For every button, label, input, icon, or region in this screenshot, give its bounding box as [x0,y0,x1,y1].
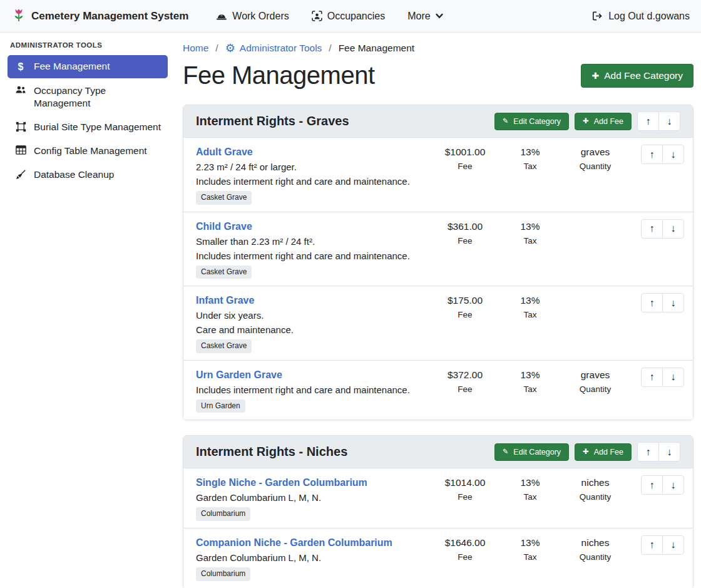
nav-work-orders[interactable]: Work Orders [216,11,289,22]
category-move-down-button[interactable]: ↓ [658,442,680,462]
fee-description-line: Smaller than 2.23 m² / 24 ft². [196,234,427,249]
category-reorder-group: ↑ ↓ [637,111,680,131]
fee-move-up-button[interactable]: ↑ [641,293,663,312]
arrow-up-icon: ↑ [650,297,655,309]
sidebar-item-database-cleanup[interactable]: Database Cleanup [8,163,168,186]
fee-move-down-button[interactable]: ↓ [662,535,684,555]
fee-amount-col: $1001.00 Fee [432,145,498,173]
fee-quantity-col: niches Quantity [563,535,628,564]
fee-type-badge: Columbarium [196,567,250,581]
nav-occupancies[interactable]: Occupancies [312,11,386,22]
fee-quantity-value: niches [563,535,628,550]
category-move-up-button[interactable]: ↑ [637,111,659,131]
fee-amount-label: Fee [432,490,498,504]
edit-category-button[interactable]: ✎ Edit Category [494,443,569,461]
add-fee-button[interactable]: ✚ Add Fee [575,113,632,130]
sidebar-item-label: Fee Management [34,60,110,73]
fee-quantity-col: graves Quantity [563,368,628,396]
fee-move-up-button[interactable]: ↑ [641,145,663,164]
fee-name-link[interactable]: Infant Grave [196,293,254,308]
breadcrumb-separator: / [329,43,331,54]
plus-icon: ✚ [583,118,589,125]
add-fee-category-label: Add Fee Category [604,70,683,81]
arrow-down-icon: ↓ [671,223,676,234]
fee-move-up-button[interactable]: ↑ [641,368,663,387]
arrow-down-icon: ↓ [667,116,672,127]
fee-type-badge: Casket Grave [196,191,252,205]
fee-row: Urn Garden Grave Includes interment righ… [183,361,693,420]
fee-name-link[interactable]: Companion Niche - Garden Columbarium [196,535,392,550]
fee-tax-label: Tax [498,550,563,564]
breadcrumb-administrator-tools[interactable]: ⚙ Administrator Tools [225,43,322,54]
nav-more-label: More [407,11,430,22]
category-reorder-group: ↑ ↓ [637,442,680,462]
fee-info: Urn Garden Grave Includes interment righ… [196,368,432,413]
fee-info: Single Niche - Garden Columbarium Garden… [196,475,432,521]
logout-icon [591,11,603,21]
fee-move-up-button[interactable]: ↑ [641,535,663,555]
app-brand[interactable]: Cemetery Management System [11,8,188,24]
breadcrumb-home[interactable]: Home [183,43,208,54]
fee-move-down-button[interactable]: ↓ [662,293,684,312]
fee-tax-col: 13% Tax [498,293,563,322]
arrow-down-icon: ↓ [671,539,676,550]
add-fee-category-button[interactable]: ✚ Add Fee Category [581,64,693,88]
add-fee-label: Add Fee [594,448,623,456]
fee-description-line: Includes interment right and care and ma… [196,174,427,188]
category-card-graves: Interment Rights - Graves ✎ Edit Categor… [183,105,693,420]
arrow-up-icon: ↑ [650,539,655,550]
fee-amount-label: Fee [432,160,498,173]
arrow-down-icon: ↓ [671,480,676,491]
fee-move-up-button[interactable]: ↑ [641,219,663,239]
fee-move-down-button[interactable]: ↓ [662,145,684,164]
fee-amount-label: Fee [432,383,498,396]
fee-quantity-value: graves [563,368,628,383]
fee-tax-col: 13% Tax [498,145,563,173]
fee-move-up-button[interactable]: ↑ [641,475,663,495]
sidebar-item-occupancy-type-management[interactable]: Occupancy Type Management [8,80,168,115]
fee-row: Infant Grave Under six years. Care and m… [183,286,693,361]
nav-more[interactable]: More [407,11,443,22]
fee-quantity-label: Quantity [563,490,628,504]
sidebar-item-fee-management[interactable]: $ Fee Management [8,55,168,78]
fee-move-down-button[interactable]: ↓ [662,219,684,239]
fee-name-link[interactable]: Urn Garden Grave [196,368,282,383]
edit-category-label: Edit Category [513,448,561,456]
chevron-down-icon [436,13,443,19]
person-box-icon [312,11,322,21]
fee-info: Infant Grave Under six years. Care and m… [196,293,432,353]
fee-description-line: 2.23 m² / 24 ft² or larger. [196,160,427,174]
fee-move-down-button[interactable]: ↓ [662,475,684,495]
fee-name-link[interactable]: Single Niche - Garden Columbarium [196,475,367,490]
sidebar-item-label: Config Table Management [34,145,147,157]
sidebar-item-label: Occupancy Type Management [34,85,161,110]
fee-move-down-button[interactable]: ↓ [662,368,684,387]
breadcrumb-section-label: Administrator Tools [240,43,322,54]
table-icon [14,145,28,155]
fee-tax-value: 13% [498,475,563,490]
sidebar-item-config-table-management[interactable]: Config Table Management [8,140,168,162]
fee-info: Companion Niche - Garden Columbarium Gar… [196,535,432,581]
app-title: Cemetery Management System [31,10,188,23]
sidebar-item-burial-site-type-management[interactable]: Burial Site Type Management [8,116,168,138]
edit-category-button[interactable]: ✎ Edit Category [494,113,569,130]
fee-reorder-group: ↑ ↓ [641,368,684,387]
fee-amount-col: $361.00 Fee [432,219,498,248]
fee-tax-value: 13% [498,535,563,550]
fee-quantity-value: niches [563,475,628,490]
category-move-up-button[interactable]: ↑ [637,442,659,462]
add-fee-button[interactable]: ✚ Add Fee [575,443,632,461]
fee-tax-label: Tax [498,160,563,173]
fee-row: Child Grave Smaller than 2.23 m² / 24 ft… [183,212,693,287]
arrow-up-icon: ↑ [650,371,655,383]
pencil-icon: ✎ [503,448,509,456]
primary-nav: Work Orders Occupancies More [216,11,443,22]
fee-reorder-group: ↑ ↓ [641,475,684,495]
category-move-down-button[interactable]: ↓ [658,111,680,131]
fee-name-link[interactable]: Adult Grave [196,145,253,160]
fee-amount-col: $372.00 Fee [432,368,498,396]
logout-link[interactable]: Log Out d.gowans [591,11,690,22]
fee-name-link[interactable]: Child Grave [196,219,252,234]
edit-category-label: Edit Category [513,117,561,126]
fee-row: Companion Niche - Garden Columbarium Gar… [183,529,693,588]
